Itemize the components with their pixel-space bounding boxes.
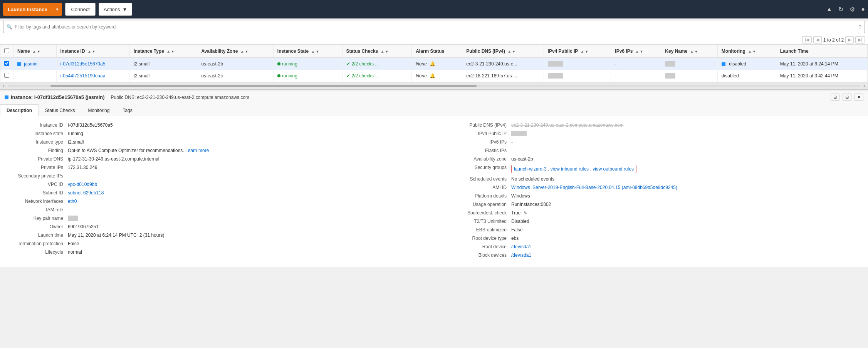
- tab-tags[interactable]: Tags: [116, 104, 139, 116]
- search-help-icon[interactable]: ?: [858, 24, 861, 30]
- row2-az-cell: us-east-2c: [197, 70, 273, 82]
- col-header-ipv6[interactable]: IPv6 IPs ▲▼: [611, 45, 661, 58]
- value-vpc-id[interactable]: vpc-d010d9bb: [68, 182, 418, 187]
- row1-instance-id-cell[interactable]: i-07df312d5e15670a5: [56, 58, 129, 70]
- ipv4-filter-icon: ▼: [585, 50, 588, 54]
- detail-instance-id: i-07df312d5e15670a5: [34, 94, 84, 100]
- detail-ctrl-btn-2[interactable]: ⊟: [843, 94, 851, 101]
- actions-button[interactable]: Actions ▼: [99, 3, 133, 16]
- search-bar: 🔍 ?: [3, 21, 865, 33]
- value-platform-details: Windows: [511, 193, 862, 199]
- col-header-key-name[interactable]: Key Name ▲▼: [661, 45, 718, 58]
- status-checks-filter-icon: ▼: [385, 50, 389, 54]
- col-header-name[interactable]: Name ▲▼: [13, 45, 57, 58]
- row1-alarm-status: None: [416, 61, 427, 67]
- col-header-ipv4[interactable]: IPv4 Public IP ▲▼: [544, 45, 611, 58]
- scroll-right-arrow[interactable]: ›: [860, 83, 868, 89]
- desc-row-subnet-id: Subnet ID subnet-629eb118: [6, 190, 418, 196]
- row2-alarm-icon[interactable]: 🔔: [430, 73, 435, 79]
- row2-instance-id[interactable]: i-0544f72515190eaaa: [60, 73, 106, 79]
- monitoring-sort-icon: ▲: [748, 49, 752, 54]
- row1-instance-id[interactable]: i-07df312d5e15670a5: [60, 61, 106, 67]
- row1-name[interactable]: jasmin: [24, 61, 37, 67]
- desc-row-instance-state: Instance state running: [6, 131, 418, 136]
- desc-row-source-dest: Source/dest. check True ✎: [450, 210, 862, 216]
- col-header-instance-type[interactable]: Instance Type ▲▼: [129, 45, 197, 58]
- connect-button[interactable]: Connect: [65, 3, 95, 16]
- col-header-alarm-status[interactable]: Alarm Status: [412, 45, 462, 58]
- settings-icon[interactable]: ⚙: [850, 6, 855, 13]
- desc-row-lifecycle: Lifecycle normal: [6, 249, 418, 255]
- finding-learn-more-link[interactable]: Learn more: [185, 148, 209, 153]
- desc-row-private-ips: Private IPs 172.31.30.249: [6, 165, 418, 170]
- pagination-prev-button[interactable]: ◀: [813, 36, 822, 44]
- col-header-public-dns[interactable]: Public DNS (IPv4) ▲▼: [462, 45, 544, 58]
- desc-row-owner: Owner 690190675251: [6, 224, 418, 229]
- row1-state: running: [277, 61, 338, 67]
- row2-instance-id-cell[interactable]: i-0544f72515190eaaa: [56, 70, 129, 82]
- scroll-left-arrow[interactable]: ‹: [0, 83, 8, 89]
- col-header-monitoring[interactable]: Monitoring ▲▼: [717, 45, 776, 58]
- detail-ctrl-btn-1[interactable]: ⊞: [831, 94, 839, 101]
- row1-name-cell[interactable]: jasmin: [13, 58, 57, 70]
- security-group-inbound-link[interactable]: view inbound rules: [551, 166, 589, 172]
- value-root-device[interactable]: /dev/sda1: [511, 244, 862, 249]
- col-header-state[interactable]: Instance State ▲▼: [273, 45, 342, 58]
- col-header-instance-id[interactable]: Instance ID ▲▼: [56, 45, 129, 58]
- row1-key-name-cell: [661, 58, 718, 70]
- value-ami-id[interactable]: Windows_Server-2019-English-Full-Base-20…: [511, 185, 862, 190]
- refresh-icon[interactable]: ↻: [838, 6, 843, 13]
- security-group-outbound-link[interactable]: view outbound rules: [593, 166, 634, 172]
- value-network-interfaces[interactable]: eth0: [68, 199, 418, 204]
- row2-checkbox[interactable]: [4, 73, 9, 78]
- col-header-launch-time[interactable]: Launch Time: [776, 45, 867, 58]
- detail-ctrl-btn-3[interactable]: ✕: [855, 94, 863, 101]
- col-header-az[interactable]: Availability Zone ▲▼: [197, 45, 273, 58]
- row1-monitoring-cell: disabled: [717, 58, 776, 70]
- pagination-last-button[interactable]: ▶|: [855, 36, 865, 44]
- tab-status-checks[interactable]: Status Checks: [39, 104, 81, 116]
- row2-name-cell[interactable]: [13, 70, 57, 82]
- label-ami-id: AMI ID: [450, 185, 511, 190]
- desc-row-network-interfaces: Network interfaces eth0: [6, 199, 418, 204]
- launch-instance-label[interactable]: Launch Instance: [3, 7, 52, 12]
- value-subnet-id[interactable]: subnet-629eb118: [68, 190, 418, 196]
- description-content: Instance ID i-07df312d5e15670a5 Instance…: [0, 116, 868, 267]
- desc-row-scheduled-events: Scheduled events No scheduled events: [450, 176, 862, 182]
- desc-row-finding: Finding Opt-in to AWS Compute Optimizer …: [6, 148, 418, 153]
- desc-row-private-dns: Private DNS ip-172-31-30-249.us-east-2.c…: [6, 156, 418, 162]
- row1-state-cell: running: [273, 58, 342, 70]
- row2-alarm-status: None: [416, 73, 427, 79]
- desc-row-key-pair: Key pair name: [6, 216, 418, 221]
- alert-icon[interactable]: ▲: [826, 6, 832, 13]
- launch-instance-button[interactable]: Launch Instance ▼: [3, 3, 62, 16]
- table-row[interactable]: i-0544f72515190eaaa t2.small us-east-2c …: [0, 70, 868, 82]
- desc-row-platform-details: Platform details Windows: [450, 193, 862, 199]
- tab-description[interactable]: Description: [0, 104, 39, 116]
- pagination-first-button[interactable]: |◀: [802, 36, 812, 44]
- select-all-header[interactable]: [0, 45, 13, 58]
- source-dest-edit-icon[interactable]: ✎: [524, 211, 527, 215]
- row1-alarm-icon[interactable]: 🔔: [430, 61, 435, 67]
- row1-select-cell[interactable]: [0, 58, 13, 70]
- instance-id-filter-icon: ▼: [92, 50, 96, 54]
- row1-checkbox[interactable]: [4, 61, 9, 66]
- launch-instance-dropdown-arrow[interactable]: ▼: [52, 7, 62, 12]
- pagination-next-button[interactable]: ▶: [845, 36, 854, 44]
- table-row[interactable]: jasmin i-07df312d5e15670a5 t2.small us-e…: [0, 58, 868, 70]
- row2-ipv6-cell: -: [611, 70, 661, 82]
- security-group-name[interactable]: launch-wizard-3: [514, 166, 547, 172]
- row1-alarm-status-cell: None 🔔: [412, 58, 462, 70]
- row2-launch-time-cell: May 11, 2020 at 3:42:44 PM: [776, 70, 867, 82]
- search-input[interactable]: [15, 24, 858, 30]
- horizontal-scrollbar-thumb[interactable]: [50, 85, 477, 87]
- value-block-devices[interactable]: /dev/sda1: [511, 253, 862, 258]
- row2-alarm-status-cell: None 🔔: [412, 70, 462, 82]
- row2-select-cell[interactable]: [0, 70, 13, 82]
- col-header-status-checks[interactable]: Status Checks ▲▼: [342, 45, 412, 58]
- user-icon[interactable]: ●: [861, 6, 865, 13]
- label-launch-time: Launch time: [6, 233, 68, 238]
- value-lifecycle: normal: [68, 249, 418, 255]
- tab-monitoring[interactable]: Monitoring: [81, 104, 116, 116]
- select-all-checkbox[interactable]: [4, 48, 9, 53]
